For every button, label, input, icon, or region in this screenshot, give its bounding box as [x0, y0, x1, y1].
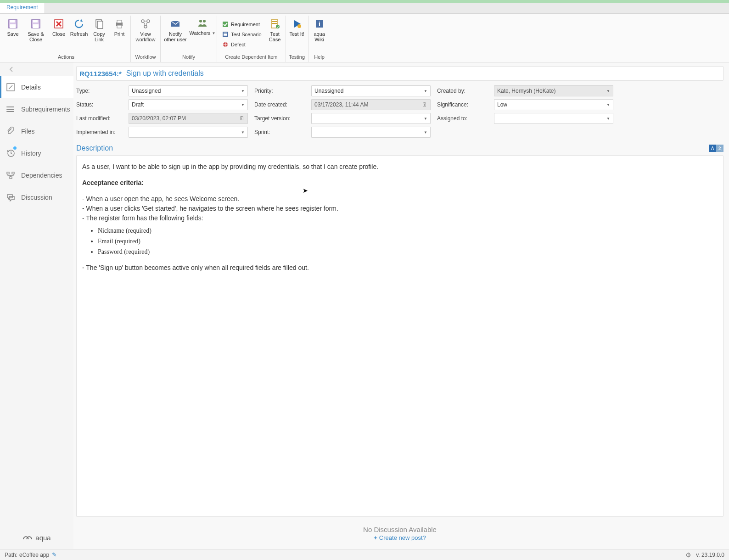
- ac-bullet1: Nickname (required): [98, 226, 718, 235]
- svg-point-17: [203, 20, 206, 22]
- svg-point-32: [6, 106, 7, 107]
- svg-rect-10: [117, 20, 122, 23]
- close-icon: [52, 17, 65, 30]
- plus-icon: +: [374, 534, 377, 541]
- dep-scenario-button[interactable]: Test Scenario: [219, 29, 264, 39]
- field-lastmod: 03/20/2023, 02:07 PM🗓: [129, 113, 248, 124]
- save-button[interactable]: Save: [3, 16, 23, 53]
- sidebar-item-files[interactable]: Files: [0, 120, 73, 142]
- label-priority: Priority:: [254, 88, 305, 94]
- svg-point-14: [144, 25, 147, 28]
- svg-rect-26: [272, 23, 277, 24]
- svg-rect-2: [10, 24, 16, 28]
- dep-defect-button[interactable]: Defect: [219, 39, 264, 50]
- group-testing-label: Testing: [289, 53, 305, 62]
- requirement-title[interactable]: Sign up with credentials: [126, 69, 721, 78]
- svg-rect-8: [97, 21, 103, 28]
- field-sprint[interactable]: ▼: [311, 127, 431, 138]
- back-button[interactable]: [0, 62, 73, 76]
- checklist-icon: [222, 21, 229, 28]
- svg-rect-37: [12, 172, 14, 174]
- svg-rect-21: [224, 34, 227, 35]
- print-icon: [113, 17, 126, 30]
- sidebar-item-discussion[interactable]: Discussion: [0, 186, 73, 208]
- ac-bullet3: Password (required): [98, 247, 718, 257]
- language-toggle[interactable]: A 文: [709, 145, 723, 152]
- tab-requirement[interactable]: Requirement: [0, 3, 45, 13]
- watchers-dropdown[interactable]: Watchers ▼: [189, 16, 216, 53]
- edit-icon: [6, 82, 16, 92]
- field-targetver[interactable]: ▼: [311, 113, 431, 124]
- field-status[interactable]: Draft▼: [129, 99, 248, 110]
- sidebar-item-subreq[interactable]: Subrequirements: [0, 98, 73, 120]
- svg-rect-11: [117, 25, 122, 28]
- label-type: Type:: [76, 88, 122, 94]
- ac-line1: - When a user open the app, he sees Welc…: [82, 194, 718, 204]
- info-icon: i: [313, 17, 326, 30]
- svg-rect-5: [33, 24, 39, 28]
- field-implemented[interactable]: ▼: [129, 127, 248, 138]
- field-assignedto[interactable]: ▼: [494, 113, 613, 124]
- tab-row: Requirement: [0, 3, 729, 14]
- lang-b-icon: 文: [716, 145, 723, 152]
- label-sprint: Sprint:: [254, 129, 305, 135]
- sidebar-item-history[interactable]: History: [0, 142, 73, 164]
- svg-rect-18: [223, 22, 228, 27]
- svg-rect-36: [7, 172, 9, 174]
- svg-rect-38: [10, 177, 12, 179]
- description-title: Description: [76, 144, 709, 152]
- list-icon: [6, 104, 16, 114]
- group-help-label: Help: [314, 53, 325, 62]
- gear-icon[interactable]: ⚙: [685, 551, 691, 559]
- path-label: Path:: [5, 552, 17, 558]
- field-priority[interactable]: Unassigned▼: [311, 85, 431, 96]
- tree-icon: [6, 170, 16, 180]
- chevron-down-icon: ▼: [606, 89, 610, 93]
- status-bar: Path: eCoffee app ✎ ⚙ v. 23.19.0.0: [0, 549, 729, 560]
- chevron-down-icon: ▼: [241, 130, 245, 134]
- svg-point-16: [199, 20, 202, 22]
- acceptance-criteria-label: Acceptance criteria:: [82, 178, 718, 188]
- save-icon: [6, 17, 19, 30]
- requirement-id: RQ1123654:*: [79, 70, 122, 78]
- svg-rect-25: [272, 21, 277, 22]
- create-post-link[interactable]: +Create new post?: [374, 534, 426, 541]
- scenario-icon: [222, 31, 229, 38]
- group-dependent-label: Create Dependent Item: [225, 53, 277, 62]
- save-close-button[interactable]: Save & Close: [23, 16, 49, 53]
- chevron-down-icon: ▼: [241, 103, 245, 107]
- calendar-icon: 🗓: [239, 115, 245, 122]
- field-significance[interactable]: Low▼: [494, 99, 613, 110]
- people-icon: [197, 17, 208, 30]
- copy-link-button[interactable]: Copy Link: [89, 16, 109, 53]
- chevron-down-icon: ▼: [424, 89, 427, 93]
- chat-icon: [6, 192, 16, 202]
- group-notify-label: Notify: [182, 53, 195, 62]
- sidebar-item-dependencies[interactable]: Dependencies: [0, 164, 73, 186]
- description-editor[interactable]: As a user, I want to be able to sign up …: [76, 155, 723, 517]
- chevron-down-icon: ▼: [424, 130, 427, 134]
- sidebar-item-details[interactable]: Details: [0, 76, 73, 98]
- brand: aqua: [0, 526, 73, 549]
- svg-point-33: [6, 109, 7, 110]
- close-button[interactable]: Close: [49, 16, 69, 53]
- testcase-icon: [269, 17, 281, 30]
- refresh-icon: [73, 17, 85, 30]
- group-workflow-label: Workflow: [135, 53, 156, 62]
- dep-requirement-button[interactable]: Requirement: [219, 19, 264, 29]
- field-type[interactable]: Unassigned▼: [129, 85, 248, 96]
- refresh-button[interactable]: Refresh: [69, 16, 89, 53]
- copylink-icon: [93, 17, 106, 30]
- notify-other-button[interactable]: Notify other user: [162, 16, 189, 53]
- print-button[interactable]: Print: [109, 16, 129, 53]
- view-workflow-button[interactable]: View workflow: [132, 16, 159, 53]
- dep-testcase-button[interactable]: Test Case: [265, 16, 285, 53]
- chevron-down-icon: ▼: [424, 117, 427, 121]
- field-createdby: Kate, Hornysh (HoKate)▼: [494, 85, 613, 96]
- test-it-button[interactable]: Test It!: [287, 16, 307, 53]
- title-bar: RQ1123654:* Sign up with credentials: [76, 66, 723, 81]
- play-icon: [291, 17, 303, 30]
- svg-point-28: [297, 24, 301, 28]
- wiki-button[interactable]: i aqua Wiki: [309, 16, 330, 53]
- edit-path-icon[interactable]: ✎: [52, 551, 57, 558]
